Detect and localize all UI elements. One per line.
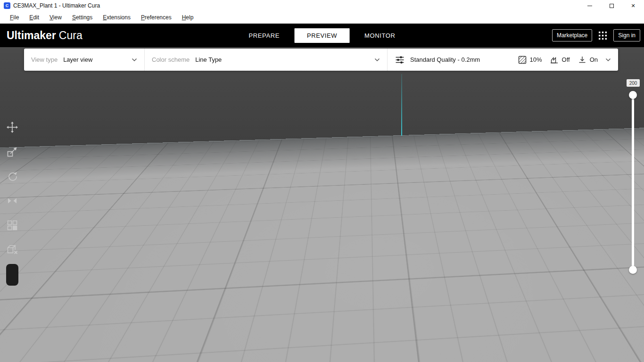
cura-window: C CE3MAX_Plant 1 - Ultimaker Cura ✕ File… <box>0 0 644 362</box>
color-scheme-dropdown[interactable]: Color scheme Line Type <box>144 49 387 71</box>
marketplace-button[interactable]: Marketplace <box>552 29 592 41</box>
menu-settings[interactable]: Settings <box>67 12 98 23</box>
view-type-label: View type <box>31 56 58 63</box>
tab-monitor[interactable]: MONITOR <box>363 28 396 43</box>
infill-spec: 10% <box>518 55 542 65</box>
info-icon <box>617 299 625 308</box>
menu-bar: File Edit View Settings Extensions Prefe… <box>0 11 644 24</box>
simulation-slider-handle[interactable] <box>390 346 398 354</box>
maximize-button[interactable] <box>601 0 622 11</box>
view-top-icon <box>62 344 73 355</box>
per-model-settings-button[interactable] <box>6 219 18 231</box>
window-controls: ✕ <box>579 0 644 11</box>
view-front-icon <box>47 344 58 355</box>
app-header: UltimakerCura PREPARE PREVIEW MONITOR Ma… <box>0 24 644 47</box>
object-list-item[interactable]: Planter 2.stl <box>30 296 123 310</box>
clock-icon <box>483 299 492 308</box>
layer-slider-handle-top[interactable] <box>629 91 637 99</box>
print-summary-panel: 1 hour 28 minutes 17g · 5.54m · 14.04 Sa… <box>475 293 633 353</box>
object-list-item[interactable]: Planter 1.stl <box>30 283 123 296</box>
scale-tool-button[interactable] <box>6 146 18 158</box>
print-time: 1 hour 28 minutes <box>496 300 553 307</box>
color-scheme-value: Line Type <box>195 56 222 63</box>
tab-prepare[interactable]: PREPARE <box>248 28 281 43</box>
header-right: Marketplace Sign in <box>552 24 640 47</box>
save-to-disk-button[interactable]: Save to Disk <box>483 325 625 339</box>
object-list-header[interactable]: Object list <box>29 272 63 279</box>
infill-icon <box>518 55 527 65</box>
rotate-tool-icon <box>6 170 18 182</box>
print-settings-icon <box>395 55 405 65</box>
maximize-icon <box>610 4 614 8</box>
window-title: CE3MAX_Plant 1 - Ultimaker Cura <box>13 2 100 9</box>
toolbar-extra <box>6 264 18 286</box>
play-icon <box>181 346 189 355</box>
object-list-chevron-icon <box>29 274 34 278</box>
chevron-down-icon <box>605 58 611 62</box>
mirror-tool-button[interactable] <box>6 195 18 207</box>
play-button[interactable] <box>181 346 189 355</box>
menu-extensions[interactable]: Extensions <box>98 12 136 23</box>
stage-tabs: PREPARE PREVIEW MONITOR <box>248 24 396 47</box>
layer-slider-handle-bottom[interactable] <box>629 266 637 274</box>
print-time-row: 1 hour 28 minutes <box>483 299 625 308</box>
apps-grid-button[interactable] <box>599 32 607 40</box>
adhesion-icon <box>578 55 587 65</box>
view-3d-icon <box>31 344 42 355</box>
spool-icon <box>483 312 491 319</box>
edit-pencil-icon <box>30 316 40 325</box>
support-spec: Off <box>550 55 570 65</box>
viewport-3d[interactable]: View type Layer view Color scheme Line T… <box>0 47 644 362</box>
view-3d-button[interactable] <box>31 344 42 355</box>
view-type-dropdown[interactable]: View type Layer view <box>24 49 144 71</box>
tab-preview[interactable]: PREVIEW <box>295 28 349 43</box>
model-planter[interactable] <box>221 159 362 297</box>
build-volume-edge <box>401 74 402 136</box>
print-spec: 10% Off <box>510 55 611 65</box>
settings-expand[interactable] <box>605 58 611 62</box>
menu-file[interactable]: File <box>5 12 24 23</box>
menu-help[interactable]: Help <box>177 12 199 23</box>
ultimaker-cura-logo: UltimakerCura <box>7 29 83 42</box>
signin-button[interactable]: Sign in <box>613 29 640 41</box>
view-left-button[interactable] <box>78 344 89 355</box>
view-top-button[interactable] <box>62 344 73 355</box>
move-tool-icon <box>6 121 18 133</box>
edit-object-list-button[interactable] <box>30 316 40 325</box>
support-blocker-icon <box>6 244 18 256</box>
chevron-down-icon <box>374 58 380 62</box>
view-left-icon <box>78 344 89 355</box>
object-list-panel: Planter 1.stl Planter 2.stl <box>30 283 123 310</box>
view-right-button[interactable] <box>93 344 104 355</box>
rotate-tool-button[interactable] <box>6 170 18 182</box>
scale-tool-icon <box>6 146 18 158</box>
close-button[interactable]: ✕ <box>622 0 644 11</box>
per-model-settings-icon <box>6 219 18 231</box>
title-bar: C CE3MAX_Plant 1 - Ultimaker Cura ✕ <box>0 0 644 11</box>
menu-edit[interactable]: Edit <box>24 12 44 23</box>
tool-column <box>6 121 18 256</box>
layer-slider-track[interactable] <box>632 91 634 273</box>
support-icon <box>550 55 559 65</box>
preview-settings-toolbar: View type Layer view Color scheme Line T… <box>24 49 618 71</box>
info-button[interactable] <box>617 299 625 308</box>
mirror-tool-icon <box>6 195 18 207</box>
support-blocker-button[interactable] <box>6 244 18 256</box>
adhesion-spec: On <box>578 55 598 65</box>
menu-view[interactable]: View <box>44 12 67 23</box>
infill-value: 10% <box>530 56 542 63</box>
close-icon: ✕ <box>631 3 635 8</box>
chevron-down-icon <box>132 58 137 62</box>
adhesion-value: On <box>590 56 598 63</box>
simulation-slider-track[interactable] <box>198 349 398 351</box>
view-type-value: Layer view <box>63 56 92 63</box>
print-settings-panel[interactable]: Standard Quality - 0.2mm 10% <box>387 49 618 71</box>
move-tool-button[interactable] <box>6 121 18 133</box>
menu-preferences[interactable]: Preferences <box>136 12 177 23</box>
color-scheme-label: Color scheme <box>152 56 190 63</box>
support-value: Off <box>562 56 570 63</box>
minimize-button[interactable] <box>579 0 601 11</box>
view-front-button[interactable] <box>47 344 58 355</box>
material-estimate: 17g · 5.54m · 14.04 <box>495 312 545 319</box>
apps-grid-icon <box>599 32 607 40</box>
